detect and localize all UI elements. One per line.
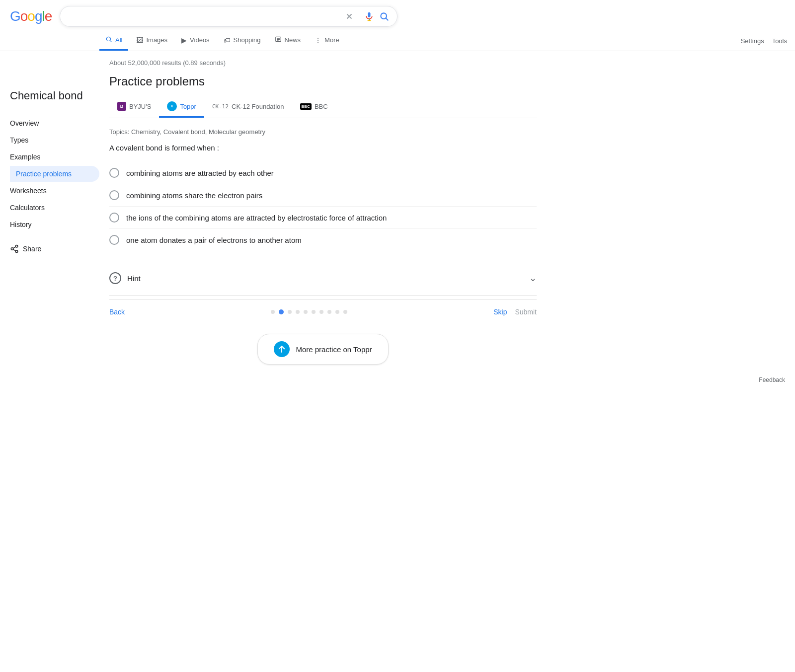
news-icon [275, 36, 282, 44]
toppr-arrow-icon [277, 345, 286, 354]
back-button[interactable]: Back [109, 308, 125, 316]
search-button[interactable] [379, 11, 389, 21]
source-tab-bbc[interactable]: BBC BBC [292, 98, 336, 117]
radio-2[interactable] [109, 190, 119, 200]
sidebar-item-examples[interactable]: Examples [10, 149, 99, 165]
svg-point-14 [11, 247, 13, 250]
source-tab-ck12[interactable]: CK-12 CK-12 Foundation [204, 98, 292, 117]
feedback-area: Feedback [0, 373, 795, 393]
source-tab-byjus[interactable]: B BYJU'S [109, 97, 159, 117]
option-1[interactable]: combining atoms are attracted by each ot… [109, 162, 537, 184]
hint-row[interactable]: ? Hint ⌄ [109, 265, 537, 291]
source-tab-toppr[interactable]: Toppr [159, 96, 204, 118]
skip-button[interactable]: Skip [493, 308, 507, 316]
logo-letter-o1: o [20, 8, 28, 24]
sidebar-item-overview[interactable]: Overview [10, 115, 99, 131]
option-3[interactable]: the ions of the combining atoms are attr… [109, 207, 537, 229]
close-icon [345, 12, 354, 21]
search-input[interactable]: chemical bond practice problems [68, 12, 340, 21]
option-3-text: the ions of the combining atoms are attr… [126, 214, 387, 222]
source-tab-bbc-label: BBC [315, 103, 328, 110]
sidebar-link-types[interactable]: Types [10, 132, 99, 148]
share-button[interactable]: Share [10, 236, 99, 261]
sidebar-link-worksheets[interactable]: Worksheets [10, 183, 99, 199]
tools-link[interactable]: Tools [772, 37, 787, 45]
radio-1[interactable] [109, 168, 119, 178]
sidebar-item-worksheets[interactable]: Worksheets [10, 183, 99, 199]
hint-label: Hint [127, 274, 523, 283]
svg-line-17 [13, 246, 15, 248]
results-count: About 52,000,000 results (0.89 seconds) [109, 59, 537, 67]
settings-link[interactable]: Settings [741, 37, 764, 45]
dot-0[interactable] [271, 310, 275, 314]
sidebar-item-practice[interactable]: Practice problems [10, 166, 99, 182]
tab-all[interactable]: All [99, 31, 128, 51]
dot-9[interactable] [343, 310, 347, 314]
svg-point-13 [15, 245, 18, 247]
dot-5[interactable] [312, 310, 316, 314]
videos-icon: ▶ [181, 36, 187, 44]
mic-button[interactable] [364, 11, 374, 21]
dot-3[interactable] [296, 310, 300, 314]
feedback-button[interactable]: Feedback [759, 376, 785, 383]
more-practice-label: More practice on Toppr [296, 345, 372, 354]
topics: Topics: Chemistry, Covalent bond, Molecu… [109, 128, 537, 136]
option-4[interactable]: one atom donates a pair of electrons to … [109, 229, 537, 251]
toppr-circle-icon [274, 341, 290, 357]
tab-shopping-label: Shopping [234, 36, 261, 44]
sidebar-nav: Overview Types Examples Practice problem… [10, 115, 99, 232]
images-icon: 🖼 [136, 36, 143, 44]
tab-images-label: Images [146, 36, 167, 44]
source-tabs: B BYJU'S Toppr CK-12 CK-12 Foundation B [109, 96, 537, 118]
tab-more[interactable]: ⋮ More [309, 31, 345, 51]
byjus-logo: B [117, 102, 126, 111]
sidebar-item-types[interactable]: Types [10, 132, 99, 148]
option-1-text: combining atoms are attracted by each ot… [126, 169, 274, 177]
tab-more-label: More [324, 36, 339, 44]
source-tab-toppr-label: Toppr [180, 103, 196, 110]
tab-news[interactable]: News [269, 31, 307, 51]
nav-tabs: All 🖼 Images ▶ Videos 🏷 Shopping News ⋮ … [0, 27, 795, 51]
nav-settings-tools: Settings Tools [733, 32, 795, 50]
sidebar-link-examples[interactable]: Examples [10, 149, 99, 165]
mic-icon [364, 11, 374, 21]
nav-divider [109, 295, 537, 296]
more-practice-button[interactable]: More practice on Toppr [257, 334, 388, 365]
dot-7[interactable] [327, 310, 331, 314]
tab-all-label: All [115, 36, 122, 44]
chevron-down-icon: ⌄ [529, 273, 537, 284]
radio-3[interactable] [109, 213, 119, 223]
sidebar-link-overview[interactable]: Overview [10, 115, 99, 131]
dot-8[interactable] [335, 310, 339, 314]
sidebar-item-history[interactable]: History [10, 217, 99, 232]
radio-4[interactable] [109, 235, 119, 245]
svg-point-5 [381, 13, 387, 19]
tab-shopping[interactable]: 🏷 Shopping [218, 31, 267, 51]
logo-letter-e: e [45, 8, 52, 24]
sidebar-title: Chemical bond [10, 89, 99, 103]
search-divider [359, 10, 359, 22]
svg-line-8 [110, 41, 112, 42]
clear-search-button[interactable] [345, 12, 354, 21]
dot-6[interactable] [319, 310, 323, 314]
dot-1[interactable] [279, 309, 284, 314]
dot-4[interactable] [304, 310, 308, 314]
sidebar-link-practice[interactable]: Practice problems [10, 166, 99, 182]
option-2[interactable]: combining atoms share the electron pairs [109, 184, 537, 207]
shopping-icon: 🏷 [224, 36, 231, 44]
tab-images[interactable]: 🖼 Images [130, 31, 173, 51]
ck12-logo: CK-12 [212, 103, 229, 110]
main-content: Chemical bond Overview Types Examples Pr… [0, 51, 795, 373]
question-nav: Back Skip Submit [109, 299, 537, 324]
dot-2[interactable] [288, 310, 292, 314]
svg-rect-2 [368, 12, 371, 17]
sidebar-link-history[interactable]: History [10, 217, 99, 232]
google-logo: Google [10, 8, 52, 24]
widget-title: Practice problems [109, 75, 537, 88]
more-dots-icon: ⋮ [315, 36, 321, 44]
tab-videos[interactable]: ▶ Videos [175, 31, 216, 51]
submit-button: Submit [515, 308, 537, 316]
sidebar-link-calculators[interactable]: Calculators [10, 200, 99, 216]
option-2-text: combining atoms share the electron pairs [126, 191, 262, 200]
sidebar-item-calculators[interactable]: Calculators [10, 200, 99, 216]
